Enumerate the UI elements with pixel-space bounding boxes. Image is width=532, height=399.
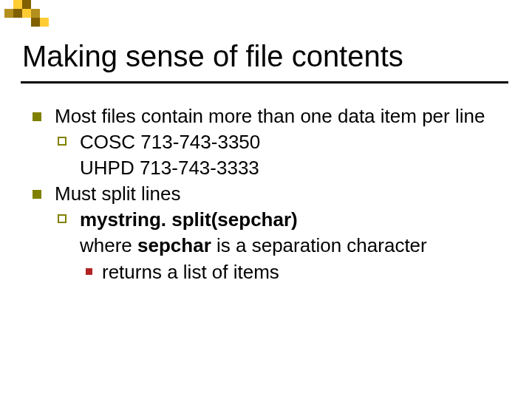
bullet-text-line2-bold: sepchar [137, 234, 211, 256]
bullet-level2: mystring. split(sepchar) where sepchar i… [55, 207, 502, 284]
bullet-text-line2-prefix: where [80, 234, 137, 256]
title-underline [21, 81, 508, 83]
slide-body: Most files contain more than one data it… [30, 103, 502, 285]
corner-decoration [0, 0, 89, 30]
bullet-text: COSC 713-743-3350 [80, 131, 260, 153]
bullet-text-line2: UHPD 713-743-3333 [80, 157, 259, 179]
hollow-square-bullet-icon [58, 137, 66, 146]
hollow-square-bullet-icon [58, 214, 66, 223]
slide: Making sense of file contents Most files… [0, 0, 532, 399]
bullet-text: Most files contain more than one data it… [55, 105, 485, 127]
bullet-level1: Must split lines mystring. split(sepchar… [30, 181, 502, 284]
slide-title: Making sense of file contents [22, 40, 403, 72]
square-bullet-icon [33, 112, 41, 121]
bullet-text-bold: mystring. split(sepchar) [80, 208, 298, 231]
bullet-text: Must split lines [55, 183, 181, 205]
bullet-text-line2-suffix: is a separation character [216, 234, 427, 256]
small-square-bullet-icon [86, 268, 92, 275]
bullet-text: returns a list of items [102, 261, 279, 283]
square-bullet-icon [33, 190, 41, 199]
bullet-level2: COSC 713-743-3350 UHPD 713-743-3333 [55, 129, 502, 181]
bullet-level1: Most files contain more than one data it… [30, 103, 502, 181]
bullet-level3: returns a list of items [80, 259, 502, 285]
